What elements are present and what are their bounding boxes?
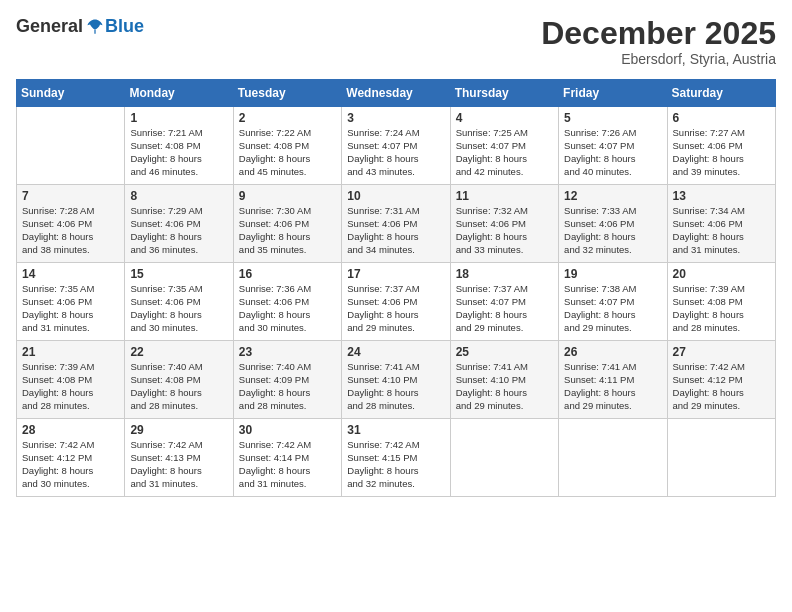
- day-number: 15: [130, 267, 227, 281]
- day-number: 3: [347, 111, 444, 125]
- day-info: Sunrise: 7:28 AM Sunset: 4:06 PM Dayligh…: [22, 205, 119, 256]
- day-number: 1: [130, 111, 227, 125]
- day-info: Sunrise: 7:32 AM Sunset: 4:06 PM Dayligh…: [456, 205, 553, 256]
- calendar-cell: 21Sunrise: 7:39 AM Sunset: 4:08 PM Dayli…: [17, 341, 125, 419]
- calendar-cell: 27Sunrise: 7:42 AM Sunset: 4:12 PM Dayli…: [667, 341, 775, 419]
- day-info: Sunrise: 7:25 AM Sunset: 4:07 PM Dayligh…: [456, 127, 553, 178]
- day-number: 5: [564, 111, 661, 125]
- header-wednesday: Wednesday: [342, 80, 450, 107]
- day-info: Sunrise: 7:42 AM Sunset: 4:14 PM Dayligh…: [239, 439, 336, 490]
- calendar-cell: 30Sunrise: 7:42 AM Sunset: 4:14 PM Dayli…: [233, 419, 341, 497]
- day-number: 6: [673, 111, 770, 125]
- calendar-cell: 29Sunrise: 7:42 AM Sunset: 4:13 PM Dayli…: [125, 419, 233, 497]
- day-info: Sunrise: 7:36 AM Sunset: 4:06 PM Dayligh…: [239, 283, 336, 334]
- day-info: Sunrise: 7:42 AM Sunset: 4:12 PM Dayligh…: [673, 361, 770, 412]
- calendar-cell: 20Sunrise: 7:39 AM Sunset: 4:08 PM Dayli…: [667, 263, 775, 341]
- calendar-cell: 14Sunrise: 7:35 AM Sunset: 4:06 PM Dayli…: [17, 263, 125, 341]
- calendar-cell: 7Sunrise: 7:28 AM Sunset: 4:06 PM Daylig…: [17, 185, 125, 263]
- day-number: 4: [456, 111, 553, 125]
- day-info: Sunrise: 7:34 AM Sunset: 4:06 PM Dayligh…: [673, 205, 770, 256]
- header-thursday: Thursday: [450, 80, 558, 107]
- day-number: 7: [22, 189, 119, 203]
- header-sunday: Sunday: [17, 80, 125, 107]
- day-info: Sunrise: 7:42 AM Sunset: 4:13 PM Dayligh…: [130, 439, 227, 490]
- calendar-cell: 19Sunrise: 7:38 AM Sunset: 4:07 PM Dayli…: [559, 263, 667, 341]
- page-container: General Blue December 2025 Ebersdorf, St…: [0, 0, 792, 507]
- day-info: Sunrise: 7:35 AM Sunset: 4:06 PM Dayligh…: [22, 283, 119, 334]
- header-tuesday: Tuesday: [233, 80, 341, 107]
- calendar-cell: 2Sunrise: 7:22 AM Sunset: 4:08 PM Daylig…: [233, 107, 341, 185]
- day-info: Sunrise: 7:41 AM Sunset: 4:11 PM Dayligh…: [564, 361, 661, 412]
- day-number: 13: [673, 189, 770, 203]
- day-info: Sunrise: 7:37 AM Sunset: 4:07 PM Dayligh…: [456, 283, 553, 334]
- logo-general: General: [16, 16, 83, 37]
- day-info: Sunrise: 7:30 AM Sunset: 4:06 PM Dayligh…: [239, 205, 336, 256]
- day-number: 30: [239, 423, 336, 437]
- calendar-cell: 5Sunrise: 7:26 AM Sunset: 4:07 PM Daylig…: [559, 107, 667, 185]
- logo: General Blue: [16, 16, 144, 37]
- calendar-cell: [667, 419, 775, 497]
- day-number: 2: [239, 111, 336, 125]
- day-number: 16: [239, 267, 336, 281]
- day-info: Sunrise: 7:41 AM Sunset: 4:10 PM Dayligh…: [456, 361, 553, 412]
- day-number: 27: [673, 345, 770, 359]
- day-number: 14: [22, 267, 119, 281]
- calendar-cell: 13Sunrise: 7:34 AM Sunset: 4:06 PM Dayli…: [667, 185, 775, 263]
- day-info: Sunrise: 7:26 AM Sunset: 4:07 PM Dayligh…: [564, 127, 661, 178]
- day-info: Sunrise: 7:35 AM Sunset: 4:06 PM Dayligh…: [130, 283, 227, 334]
- calendar-cell: [559, 419, 667, 497]
- calendar-cell: 10Sunrise: 7:31 AM Sunset: 4:06 PM Dayli…: [342, 185, 450, 263]
- day-number: 23: [239, 345, 336, 359]
- day-number: 12: [564, 189, 661, 203]
- header-friday: Friday: [559, 80, 667, 107]
- header-saturday: Saturday: [667, 80, 775, 107]
- calendar-week-row: 21Sunrise: 7:39 AM Sunset: 4:08 PM Dayli…: [17, 341, 776, 419]
- day-number: 10: [347, 189, 444, 203]
- day-number: 25: [456, 345, 553, 359]
- day-number: 18: [456, 267, 553, 281]
- day-number: 17: [347, 267, 444, 281]
- day-number: 28: [22, 423, 119, 437]
- day-number: 9: [239, 189, 336, 203]
- calendar-week-row: 28Sunrise: 7:42 AM Sunset: 4:12 PM Dayli…: [17, 419, 776, 497]
- day-info: Sunrise: 7:39 AM Sunset: 4:08 PM Dayligh…: [22, 361, 119, 412]
- calendar-cell: 12Sunrise: 7:33 AM Sunset: 4:06 PM Dayli…: [559, 185, 667, 263]
- day-number: 11: [456, 189, 553, 203]
- calendar-week-row: 14Sunrise: 7:35 AM Sunset: 4:06 PM Dayli…: [17, 263, 776, 341]
- calendar-cell: [450, 419, 558, 497]
- day-info: Sunrise: 7:24 AM Sunset: 4:07 PM Dayligh…: [347, 127, 444, 178]
- title-block: December 2025 Ebersdorf, Styria, Austria: [541, 16, 776, 67]
- header-monday: Monday: [125, 80, 233, 107]
- day-number: 26: [564, 345, 661, 359]
- calendar-cell: 25Sunrise: 7:41 AM Sunset: 4:10 PM Dayli…: [450, 341, 558, 419]
- calendar-cell: 15Sunrise: 7:35 AM Sunset: 4:06 PM Dayli…: [125, 263, 233, 341]
- calendar-cell: 17Sunrise: 7:37 AM Sunset: 4:06 PM Dayli…: [342, 263, 450, 341]
- calendar-cell: 31Sunrise: 7:42 AM Sunset: 4:15 PM Dayli…: [342, 419, 450, 497]
- day-info: Sunrise: 7:40 AM Sunset: 4:09 PM Dayligh…: [239, 361, 336, 412]
- calendar-cell: [17, 107, 125, 185]
- month-title: December 2025: [541, 16, 776, 51]
- logo-text: General Blue: [16, 16, 144, 37]
- day-number: 19: [564, 267, 661, 281]
- day-info: Sunrise: 7:29 AM Sunset: 4:06 PM Dayligh…: [130, 205, 227, 256]
- location: Ebersdorf, Styria, Austria: [541, 51, 776, 67]
- calendar-cell: 8Sunrise: 7:29 AM Sunset: 4:06 PM Daylig…: [125, 185, 233, 263]
- calendar-table: Sunday Monday Tuesday Wednesday Thursday…: [16, 79, 776, 497]
- calendar-cell: 6Sunrise: 7:27 AM Sunset: 4:06 PM Daylig…: [667, 107, 775, 185]
- calendar-cell: 22Sunrise: 7:40 AM Sunset: 4:08 PM Dayli…: [125, 341, 233, 419]
- calendar-cell: 9Sunrise: 7:30 AM Sunset: 4:06 PM Daylig…: [233, 185, 341, 263]
- day-info: Sunrise: 7:22 AM Sunset: 4:08 PM Dayligh…: [239, 127, 336, 178]
- calendar-cell: 28Sunrise: 7:42 AM Sunset: 4:12 PM Dayli…: [17, 419, 125, 497]
- day-info: Sunrise: 7:42 AM Sunset: 4:15 PM Dayligh…: [347, 439, 444, 490]
- day-info: Sunrise: 7:40 AM Sunset: 4:08 PM Dayligh…: [130, 361, 227, 412]
- day-info: Sunrise: 7:37 AM Sunset: 4:06 PM Dayligh…: [347, 283, 444, 334]
- day-info: Sunrise: 7:33 AM Sunset: 4:06 PM Dayligh…: [564, 205, 661, 256]
- calendar-cell: 18Sunrise: 7:37 AM Sunset: 4:07 PM Dayli…: [450, 263, 558, 341]
- day-number: 29: [130, 423, 227, 437]
- calendar-cell: 11Sunrise: 7:32 AM Sunset: 4:06 PM Dayli…: [450, 185, 558, 263]
- calendar-cell: 16Sunrise: 7:36 AM Sunset: 4:06 PM Dayli…: [233, 263, 341, 341]
- calendar-week-row: 7Sunrise: 7:28 AM Sunset: 4:06 PM Daylig…: [17, 185, 776, 263]
- day-number: 20: [673, 267, 770, 281]
- day-info: Sunrise: 7:42 AM Sunset: 4:12 PM Dayligh…: [22, 439, 119, 490]
- calendar-cell: 1Sunrise: 7:21 AM Sunset: 4:08 PM Daylig…: [125, 107, 233, 185]
